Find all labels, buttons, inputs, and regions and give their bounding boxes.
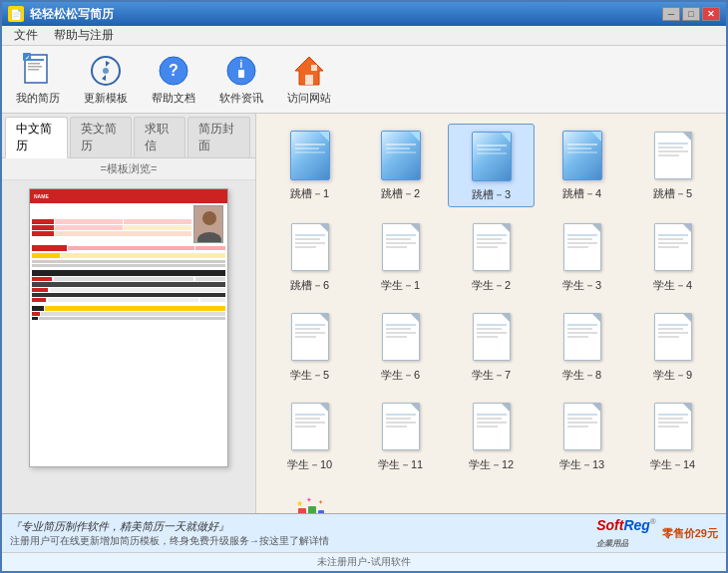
svg-text:✦: ✦ xyxy=(306,496,312,503)
template-item-xuesheng-7[interactable]: 学生－7 xyxy=(448,305,535,387)
template-icon xyxy=(468,399,516,454)
update-template-icon xyxy=(88,53,124,89)
close-button[interactable]: ✕ xyxy=(702,7,720,21)
my-resume-button[interactable]: ✓ 我的简历 xyxy=(10,51,66,108)
template-item-xuesheng-10[interactable]: 学生－10 xyxy=(266,395,353,476)
svg-text:?: ? xyxy=(169,62,179,79)
template-item-xuesheng-4[interactable]: 学生－4 xyxy=(629,215,716,297)
template-name: 跳槽－5 xyxy=(653,186,692,201)
unregistered-bar: 未注册用户-试用软件 xyxy=(2,552,726,571)
unregistered-text: 未注册用户-试用软件 xyxy=(317,556,410,567)
right-panel: 跳槽－1 跳槽－2 xyxy=(256,114,726,513)
my-resume-label: 我的简历 xyxy=(16,91,60,106)
template-name: 学生－7 xyxy=(472,368,511,383)
visit-website-label: 访问网站 xyxy=(287,91,331,106)
main-area: 中文简历 英文简历 求职信 简历封面 =模板浏览= NAME xyxy=(2,114,726,513)
logo-subtitle: 企業用品 xyxy=(596,539,628,548)
template-item-tiaocao-2[interactable]: 跳槽－2 xyxy=(357,124,444,207)
template-name: 学生－11 xyxy=(378,457,423,472)
template-icon xyxy=(649,309,697,365)
template-item-xuesheng-11[interactable]: 学生－11 xyxy=(357,395,444,476)
help-doc-label: 帮助文档 xyxy=(152,91,195,106)
tab-cover-letter[interactable]: 求职信 xyxy=(134,117,185,157)
template-name: 学生－1 xyxy=(381,278,420,293)
template-name: 跳槽－6 xyxy=(290,278,329,293)
minimize-button[interactable]: ─ xyxy=(662,7,680,21)
template-name: 学生－10 xyxy=(287,457,332,472)
software-info-label: 软件资讯 xyxy=(219,91,263,106)
maximize-button[interactable]: □ xyxy=(682,7,700,21)
help-doc-button[interactable]: ? 帮助文档 xyxy=(146,51,201,108)
template-icon xyxy=(286,219,334,275)
svg-point-8 xyxy=(103,68,109,74)
my-resume-icon: ✓ xyxy=(20,53,56,89)
template-icon xyxy=(286,309,334,365)
template-item-more[interactable]: ★ ✦ ✦ more xyxy=(266,484,353,513)
template-name: 学生－13 xyxy=(559,457,604,472)
template-icon xyxy=(649,399,697,454)
template-name: 学生－8 xyxy=(562,368,601,383)
template-icon xyxy=(377,128,425,183)
template-grid: 跳槽－1 跳槽－2 xyxy=(266,124,716,513)
template-icon xyxy=(377,309,425,365)
template-icon xyxy=(377,219,425,275)
menu-file[interactable]: 文件 xyxy=(6,25,46,46)
template-item-xuesheng-1[interactable]: 学生－1 xyxy=(357,215,444,297)
template-item-xuesheng-13[interactable]: 学生－13 xyxy=(539,395,625,476)
template-item-xuesheng-12[interactable]: 学生－12 xyxy=(448,395,535,476)
template-item-xuesheng-3[interactable]: 学生－3 xyxy=(539,215,625,297)
template-item-tiaocao-5[interactable]: 跳槽－5 xyxy=(629,124,716,207)
template-name: 学生－2 xyxy=(472,278,511,293)
template-icon xyxy=(558,219,606,275)
title-bar: 📄 轻轻松松写简历 ─ □ ✕ xyxy=(2,2,726,26)
menu-bar: 文件 帮助与注册 xyxy=(2,26,726,46)
template-item-xuesheng-2[interactable]: 学生－2 xyxy=(448,215,535,297)
price-text: 零售价29元 xyxy=(662,526,718,541)
template-icon xyxy=(558,309,606,365)
status-right: SoftReg® 企業用品 零售价29元 xyxy=(596,517,718,549)
svg-text:✦: ✦ xyxy=(318,499,323,505)
template-icon xyxy=(649,128,697,183)
main-window: 📄 轻轻松松写简历 ─ □ ✕ 文件 帮助与注册 ✓ xyxy=(0,0,728,573)
preview-paper: NAME xyxy=(29,188,228,467)
status-line1[interactable]: 『专业简历制作软件，精美简历一天就做好』 xyxy=(10,519,596,534)
template-name: 跳槽－4 xyxy=(562,186,601,201)
template-item-xuesheng-14[interactable]: 学生－14 xyxy=(629,395,716,476)
update-template-label: 更新模板 xyxy=(84,91,128,106)
menu-help[interactable]: 帮助与注册 xyxy=(46,25,122,46)
tab-chinese-resume[interactable]: 中文简历 xyxy=(5,117,68,158)
template-icon xyxy=(468,219,516,275)
template-name: 学生－9 xyxy=(653,368,692,383)
reg-text: Reg xyxy=(623,517,649,533)
tab-resume-cover[interactable]: 简历封面 xyxy=(187,117,250,157)
window-title: 轻轻松松写简历 xyxy=(30,6,662,23)
software-info-button[interactable]: i 软件资讯 xyxy=(213,51,269,108)
left-panel: 中文简历 英文简历 求职信 简历封面 =模板浏览= NAME xyxy=(2,114,256,513)
template-icon xyxy=(649,219,697,275)
template-item-xuesheng-8[interactable]: 学生－8 xyxy=(539,305,625,387)
template-item-tiaocao-6[interactable]: 跳槽－6 xyxy=(266,215,353,297)
status-line2[interactable]: 注册用户可在线更新增加简历模板，终身免费升级服务→按这里了解详情 xyxy=(10,534,596,548)
template-item-tiaocao-1[interactable]: 跳槽－1 xyxy=(266,124,353,207)
more-icon: ★ ✦ ✦ xyxy=(286,488,334,513)
template-item-xuesheng-5[interactable]: 学生－5 xyxy=(266,305,353,387)
template-icon xyxy=(468,309,516,365)
toolbar: ✓ 我的简历 更新模板 ? xyxy=(2,46,726,114)
template-name: 学生－5 xyxy=(290,368,329,383)
template-item-xuesheng-6[interactable]: 学生－6 xyxy=(357,305,444,387)
template-item-tiaocao-4[interactable]: 跳槽－4 xyxy=(539,124,625,207)
visit-website-button[interactable]: 访问网站 xyxy=(281,51,337,108)
template-item-xuesheng-9[interactable]: 学生－9 xyxy=(629,305,716,387)
tabs: 中文简历 英文简历 求职信 简历封面 xyxy=(2,114,255,158)
update-template-button[interactable]: 更新模板 xyxy=(78,51,134,108)
template-icon xyxy=(286,128,334,183)
tab-english-resume[interactable]: 英文简历 xyxy=(70,117,133,157)
svg-rect-16 xyxy=(311,65,317,71)
template-name: 学生－6 xyxy=(381,368,420,383)
svg-text:i: i xyxy=(240,59,243,70)
status-text: 『专业简历制作软件，精美简历一天就做好』 注册用户可在线更新增加简历模板，终身免… xyxy=(10,519,596,548)
svg-rect-2 xyxy=(28,63,40,65)
window-controls: ─ □ ✕ xyxy=(662,7,720,21)
svg-point-18 xyxy=(202,211,216,225)
template-item-tiaocao-3[interactable]: 跳槽－3 xyxy=(448,124,535,207)
